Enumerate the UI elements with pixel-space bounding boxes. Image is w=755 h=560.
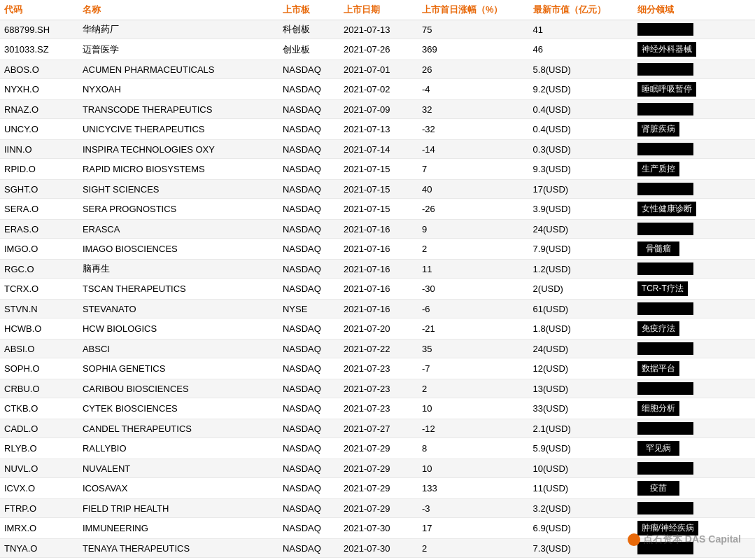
header-mcap: 最新市值（亿元） [529,0,633,20]
cell-date: 2021-07-30 [339,539,418,558]
cell-mcap: 1.8(USD) [529,318,633,340]
cell-mcap: 61(USD) [529,300,633,318]
cell-mcap: 0.4(USD) [529,119,633,140]
table-row: SERA.OSERA PROGNOSTICSNASDAQ2021-07-15-2… [0,199,755,220]
table-row: ABOS.OACUMEN PHARMACEUTICALSNASDAQ2021-0… [0,60,755,79]
table-header: 代码 名称 上市板 上市日期 上市首日涨幅（%） 最新市值（亿元） 细分领域 [0,0,755,20]
cell-name: ACUMEN PHARMACEUTICALS [78,60,278,79]
cell-name: RALLYBIO [78,438,278,459]
field-tag: 骨髓瘤 [637,241,679,256]
field-tag-black [637,183,693,195]
cell-mcap: 17(USD) [529,180,633,199]
cell-field [633,260,755,279]
cell-name: 迈普医学 [78,39,278,60]
cell-code: IMGO.O [0,239,78,260]
table-row: IINN.OINSPIRA TECHNOLOGIES OXYNASDAQ2021… [0,140,755,159]
cell-change: 2 [418,239,529,260]
cell-field [633,419,755,438]
cell-mcap: 24(USD) [529,220,633,239]
cell-code: 688799.SH [0,20,78,39]
cell-mcap: 2(USD) [529,279,633,300]
cell-change: 10 [418,459,529,478]
cell-mcap: 10(USD) [529,459,633,478]
table-row: CADL.OCANDEL THERAPEUTICSNASDAQ2021-07-2… [0,419,755,438]
field-tag-black [637,302,693,315]
cell-name: HCW BIOLOGICS [78,318,278,340]
cell-code: RPID.O [0,159,78,180]
cell-name: TENAYA THERAPEUTICS [78,539,278,558]
cell-mcap: 7.9(USD) [529,239,633,260]
cell-board: 科创板 [278,20,339,39]
cell-name: CARIBOU BIOSCIENCES [78,379,278,398]
cell-field: 骨髓瘤 [633,239,755,260]
cell-field [633,379,755,398]
table-row: RNAZ.OTRANSCODE THERAPEUTICSNASDAQ2021-0… [0,100,755,119]
cell-change: -4 [418,79,529,100]
cell-name: ERASCA [78,220,278,239]
field-tag-black [637,63,693,76]
cell-change: 31 [418,558,529,561]
cell-code: ABSI.O [0,340,78,358]
ipo-table: 代码 名称 上市板 上市日期 上市首日涨幅（%） 最新市值（亿元） 细分领域 6… [0,0,755,560]
cell-board: NASDAQ [278,100,339,119]
field-tag: 肿瘤/神经疾病 [637,521,698,536]
cell-code: HCWB.O [0,318,78,340]
cell-date: 2021-07-14 [339,140,418,159]
table-row: NYXH.ONYXOAHNASDAQ2021-07-02-49.2(USD)睡眠… [0,79,755,100]
field-tag: 免疫疗法 [637,321,679,336]
cell-code: TNYA.O [0,539,78,558]
cell-change: 369 [418,39,529,60]
cell-field: 细胞分析 [633,398,755,419]
cell-code: IINN.O [0,140,78,159]
cell-code: 301033.SZ [0,39,78,60]
cell-field [633,340,755,358]
cell-field: 数据平台 [633,358,755,379]
cell-mcap: 0.4(USD) [529,100,633,119]
cell-board: NASDAQ [278,379,339,398]
cell-date: 2021-07-29 [339,459,418,478]
cell-board: NASDAQ [278,478,339,499]
cell-code: ABOS.O [0,60,78,79]
cell-board: NASDAQ [278,419,339,438]
cell-change: -3 [418,499,529,518]
table-row: CRBU.OCARIBOU BIOSCIENCESNASDAQ2021-07-2… [0,379,755,398]
cell-board: NASDAQ [278,239,339,260]
cell-field: 睡眠呼吸暂停 [633,79,755,100]
cell-date: 2021-07-16 [339,260,418,279]
field-tag: 细胞分析 [637,401,679,416]
cell-change: 10 [418,398,529,419]
field-tag: 女性健康诊断 [637,202,696,216]
cell-code: CRBU.O [0,379,78,398]
cell-mcap: 12(USD) [529,358,633,379]
field-tag-black [637,143,693,155]
field-tag-black [637,462,693,475]
cell-code: RGC.O [0,260,78,279]
table-row: CTKB.OCYTEK BIOSCIENCESNASDAQ2021-07-231… [0,398,755,419]
cell-name: SIGHT SCIENCES [78,180,278,199]
table-row: 688799.SH华纳药厂科创板2021-07-137541 [0,20,755,39]
table-row: IMRX.OIMMUNEERINGNASDAQ2021-07-30176.9(U… [0,518,755,539]
cell-date: 2021-07-16 [339,300,418,318]
cell-change: -26 [418,199,529,220]
cell-date: 2021-07-23 [339,398,418,419]
field-tag-black [637,103,693,115]
cell-change: -6 [418,300,529,318]
cell-code: CADL.O [0,419,78,438]
cell-change: -32 [418,119,529,140]
cell-code: RLYB.O [0,438,78,459]
cell-date: 2021-07-16 [339,239,418,260]
cell-mcap: 41 [529,20,633,39]
cell-mcap: 7.3(USD) [529,539,633,558]
cell-board: NASDAQ [278,140,339,159]
cell-board: NASDAQ [278,199,339,220]
cell-field [633,100,755,119]
cell-board: NASDAQ [278,558,339,561]
cell-board: NASDAQ [278,438,339,459]
cell-field [633,459,755,478]
cell-change: 8 [418,438,529,459]
cell-code: FTRP.O [0,499,78,518]
cell-date: 2021-07-13 [339,119,418,140]
cell-date: 2021-07-23 [339,379,418,398]
cell-change: 17 [418,518,529,539]
cell-field: 罕见病 [633,438,755,459]
